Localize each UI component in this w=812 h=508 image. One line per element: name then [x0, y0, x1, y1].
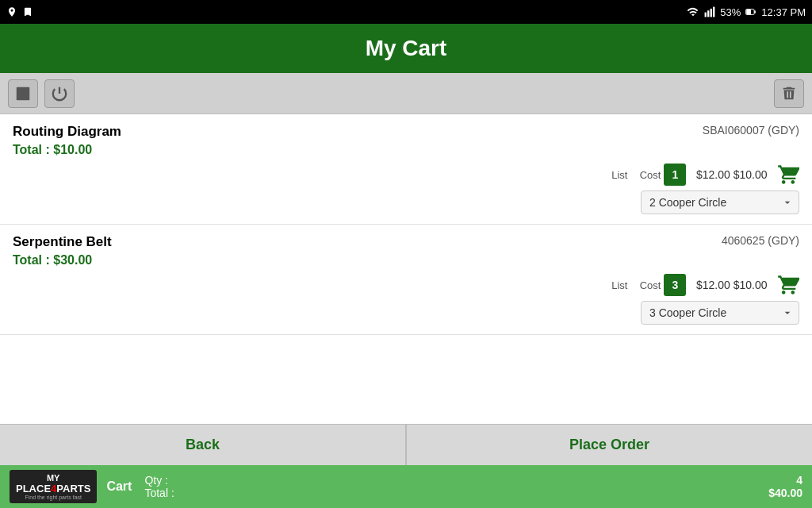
svg-rect-2	[710, 9, 712, 17]
power-button[interactable]	[44, 79, 75, 108]
svg-rect-6	[747, 10, 752, 14]
cart-item-2-header: Serpentine Belt 4060625 (GDY)	[13, 234, 799, 250]
battery-text: 53%	[720, 6, 741, 18]
logo-box: MY PLACE 4 PARTS Find the right parts fa…	[10, 470, 97, 503]
bookmark-icon	[22, 6, 33, 17]
status-bar: 53% 12:37 PM	[0, 0, 812, 24]
item-1-pricing-row: List Cost 1 $12.00 $10.00	[13, 164, 799, 186]
cart-icon-2	[777, 274, 799, 296]
item-1-location-dropdown: 2 Cooper Circle	[13, 190, 799, 214]
stop-icon	[14, 85, 32, 102]
logo-4: 4	[51, 483, 56, 495]
footer-details: Qty : Total :	[144, 474, 768, 499]
cart-item-1-header: Routing Diagram SBAI060007 (GDY)	[13, 124, 799, 140]
svg-rect-0	[705, 13, 707, 17]
item-1-sku: SBAI060007 (GDY)	[703, 124, 799, 137]
place-order-button[interactable]: Place Order	[407, 425, 812, 465]
wifi-icon	[687, 6, 699, 18]
back-button[interactable]: Back	[0, 425, 406, 465]
cart-icon-1	[777, 164, 799, 186]
item-2-qty-badge: 3	[664, 274, 686, 296]
item-1-name: Routing Diagram	[13, 124, 121, 140]
logo-parts: PARTS	[56, 483, 90, 495]
logo-tagline: Find the right parts fast	[25, 495, 82, 500]
item-2-list-price: $12.00	[696, 279, 730, 291]
page-title: My Cart	[366, 36, 447, 61]
cart-item-1: Routing Diagram SBAI060007 (GDY) Total :…	[0, 114, 812, 225]
cart-item-2: Serpentine Belt 4060625 (GDY) Total : $3…	[0, 225, 812, 335]
logo-text: MY	[47, 473, 60, 483]
status-right-icons: 53% 12:37 PM	[687, 6, 806, 18]
item-2-cost-price: $10.00	[733, 279, 768, 291]
svg-rect-1	[707, 10, 709, 17]
status-left-icons	[6, 6, 33, 17]
location-icon	[6, 6, 17, 17]
footer-total-value: $40.00	[768, 487, 802, 499]
item-1-cost-price: $10.00	[733, 168, 768, 181]
svg-rect-7	[17, 87, 30, 100]
footer-cart-label: Cart	[106, 479, 132, 494]
item-1-list-price: $12.00	[696, 168, 730, 181]
item-1-total: Total : $10.00	[13, 143, 799, 157]
signal-icon	[704, 6, 715, 17]
item-2-pricing-row: List Cost 3 $12.00 $10.00	[13, 274, 799, 296]
logo-place: PLACE	[16, 483, 51, 495]
trash-button[interactable]	[774, 79, 804, 108]
footer-bar: MY PLACE 4 PARTS Find the right parts fa…	[0, 465, 812, 508]
time-display: 12:37 PM	[761, 6, 806, 18]
item-1-list-label: List Cost	[611, 169, 661, 181]
toolbar	[0, 73, 812, 114]
stop-button[interactable]	[8, 79, 38, 108]
logo-brand: PLACE 4 PARTS	[16, 483, 90, 495]
item-2-total: Total : $30.00	[13, 253, 799, 267]
item-1-qty-badge: 1	[664, 164, 686, 186]
footer-total-label: Total :	[144, 487, 768, 499]
footer-right: 4 $40.00	[768, 474, 802, 499]
bottom-buttons: Back Place Order	[0, 424, 812, 465]
power-icon	[51, 85, 68, 102]
item-2-list-label: List Cost	[611, 279, 661, 291]
item-2-name: Serpentine Belt	[13, 234, 112, 250]
item-2-sku: 4060625 (GDY)	[722, 234, 799, 247]
header: My Cart	[0, 24, 812, 73]
cart-content: Routing Diagram SBAI060007 (GDY) Total :…	[0, 114, 812, 424]
item-2-location-select[interactable]: 3 Cooper Circle	[641, 301, 799, 325]
item-2-location-dropdown: 3 Cooper Circle	[13, 301, 799, 325]
logo-my: MY	[47, 473, 60, 483]
toolbar-left	[8, 79, 75, 108]
footer-qty-value: 4	[796, 474, 802, 487]
svg-rect-3	[713, 7, 714, 17]
battery-icon	[745, 6, 756, 17]
svg-rect-5	[754, 10, 756, 13]
item-1-location-select[interactable]: 2 Cooper Circle	[641, 190, 799, 214]
trash-icon	[780, 85, 798, 102]
footer-qty-label: Qty :	[144, 474, 768, 487]
